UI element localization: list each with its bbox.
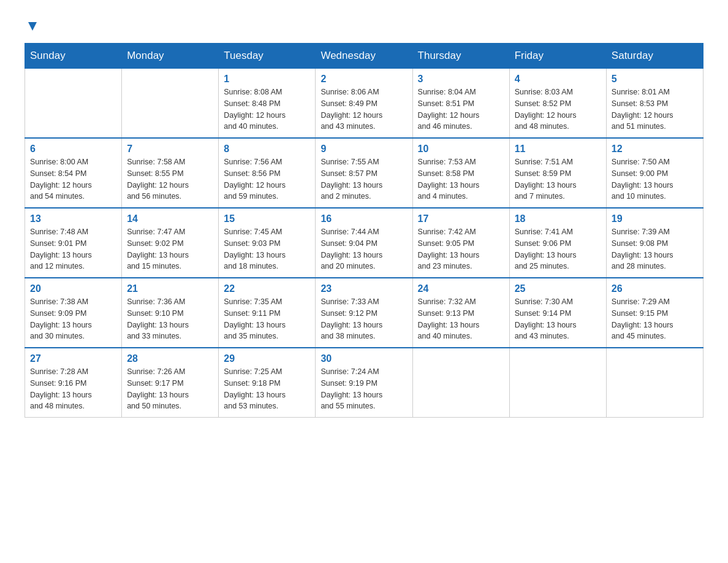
- day-number: 29: [224, 353, 310, 364]
- day-number: 10: [418, 144, 504, 155]
- calendar-cell: 25Sunrise: 7:30 AM Sunset: 9:14 PM Dayli…: [509, 278, 606, 348]
- day-number: 4: [515, 74, 601, 85]
- calendar-cell: 14Sunrise: 7:47 AM Sunset: 9:02 PM Dayli…: [122, 208, 219, 278]
- day-info: Sunrise: 7:30 AM Sunset: 9:14 PM Dayligh…: [515, 296, 601, 342]
- calendar-cell: 11Sunrise: 7:51 AM Sunset: 8:59 PM Dayli…: [509, 138, 606, 208]
- day-number: 12: [612, 144, 698, 155]
- weekday-header-friday: Friday: [509, 44, 606, 69]
- day-info: Sunrise: 7:39 AM Sunset: 9:08 PM Dayligh…: [612, 226, 698, 272]
- day-number: 13: [30, 213, 116, 224]
- calendar-cell: 16Sunrise: 7:44 AM Sunset: 9:04 PM Dayli…: [316, 208, 412, 278]
- calendar-cell: 4Sunrise: 8:03 AM Sunset: 8:52 PM Daylig…: [509, 69, 606, 139]
- day-info: Sunrise: 7:38 AM Sunset: 9:09 PM Dayligh…: [30, 296, 116, 342]
- logo-arrow-icon: [26, 20, 39, 33]
- calendar-cell: 29Sunrise: 7:25 AM Sunset: 9:18 PM Dayli…: [219, 348, 316, 418]
- day-number: 6: [30, 144, 116, 155]
- day-number: 19: [612, 213, 698, 224]
- weekday-header-monday: Monday: [122, 44, 219, 69]
- calendar-cell: 2Sunrise: 8:06 AM Sunset: 8:49 PM Daylig…: [316, 69, 412, 139]
- day-number: 23: [320, 283, 407, 294]
- day-info: Sunrise: 7:41 AM Sunset: 9:06 PM Dayligh…: [515, 226, 601, 272]
- day-info: Sunrise: 7:32 AM Sunset: 9:13 PM Dayligh…: [418, 296, 504, 342]
- weekday-header-saturday: Saturday: [606, 44, 703, 69]
- calendar-cell: 26Sunrise: 7:29 AM Sunset: 9:15 PM Dayli…: [606, 278, 703, 348]
- calendar-cell: 30Sunrise: 7:24 AM Sunset: 9:19 PM Dayli…: [316, 348, 412, 418]
- day-info: Sunrise: 7:53 AM Sunset: 8:58 PM Dayligh…: [418, 156, 504, 202]
- calendar-week-1: 1Sunrise: 8:08 AM Sunset: 8:48 PM Daylig…: [25, 69, 703, 139]
- day-info: Sunrise: 7:28 AM Sunset: 9:16 PM Dayligh…: [30, 366, 116, 412]
- day-info: Sunrise: 8:03 AM Sunset: 8:52 PM Dayligh…: [515, 86, 601, 132]
- calendar-cell: 5Sunrise: 8:01 AM Sunset: 8:53 PM Daylig…: [606, 69, 703, 139]
- day-number: 8: [224, 144, 310, 155]
- calendar-cell: [509, 348, 606, 418]
- day-info: Sunrise: 7:26 AM Sunset: 9:17 PM Dayligh…: [127, 366, 213, 412]
- day-info: Sunrise: 8:04 AM Sunset: 8:51 PM Dayligh…: [418, 86, 504, 132]
- day-info: Sunrise: 8:00 AM Sunset: 8:54 PM Dayligh…: [30, 156, 116, 202]
- day-info: Sunrise: 7:55 AM Sunset: 8:57 PM Dayligh…: [320, 156, 407, 202]
- day-number: 1: [224, 74, 310, 85]
- calendar-cell: 13Sunrise: 7:48 AM Sunset: 9:01 PM Dayli…: [25, 208, 122, 278]
- day-info: Sunrise: 8:08 AM Sunset: 8:48 PM Dayligh…: [224, 86, 310, 132]
- day-number: 14: [127, 213, 213, 224]
- calendar-cell: 12Sunrise: 7:50 AM Sunset: 9:00 PM Dayli…: [606, 138, 703, 208]
- calendar-cell: 24Sunrise: 7:32 AM Sunset: 9:13 PM Dayli…: [412, 278, 509, 348]
- day-info: Sunrise: 7:42 AM Sunset: 9:05 PM Dayligh…: [418, 226, 504, 272]
- day-info: Sunrise: 7:35 AM Sunset: 9:11 PM Dayligh…: [224, 296, 310, 342]
- svg-marker-0: [28, 22, 37, 31]
- weekday-header-thursday: Thursday: [412, 44, 509, 69]
- day-number: 17: [418, 213, 504, 224]
- day-number: 16: [320, 213, 407, 224]
- calendar-cell: 15Sunrise: 7:45 AM Sunset: 9:03 PM Dayli…: [219, 208, 316, 278]
- day-number: 5: [612, 74, 698, 85]
- day-number: 18: [515, 213, 601, 224]
- logo: [25, 18, 39, 31]
- calendar-cell: 22Sunrise: 7:35 AM Sunset: 9:11 PM Dayli…: [219, 278, 316, 348]
- calendar-cell: 6Sunrise: 8:00 AM Sunset: 8:54 PM Daylig…: [25, 138, 122, 208]
- calendar-cell: 7Sunrise: 7:58 AM Sunset: 8:55 PM Daylig…: [122, 138, 219, 208]
- day-info: Sunrise: 7:47 AM Sunset: 9:02 PM Dayligh…: [127, 226, 213, 272]
- calendar-cell: [25, 69, 122, 139]
- day-info: Sunrise: 7:45 AM Sunset: 9:03 PM Dayligh…: [224, 226, 310, 272]
- calendar-cell: 18Sunrise: 7:41 AM Sunset: 9:06 PM Dayli…: [509, 208, 606, 278]
- day-number: 20: [30, 283, 116, 294]
- calendar-cell: 1Sunrise: 8:08 AM Sunset: 8:48 PM Daylig…: [219, 69, 316, 139]
- day-info: Sunrise: 7:33 AM Sunset: 9:12 PM Dayligh…: [320, 296, 407, 342]
- day-info: Sunrise: 7:29 AM Sunset: 9:15 PM Dayligh…: [612, 296, 698, 342]
- calendar-week-2: 6Sunrise: 8:00 AM Sunset: 8:54 PM Daylig…: [25, 138, 703, 208]
- weekday-header-tuesday: Tuesday: [219, 44, 316, 69]
- day-info: Sunrise: 7:48 AM Sunset: 9:01 PM Dayligh…: [30, 226, 116, 272]
- calendar-cell: 27Sunrise: 7:28 AM Sunset: 9:16 PM Dayli…: [25, 348, 122, 418]
- day-number: 22: [224, 283, 310, 294]
- calendar-cell: 10Sunrise: 7:53 AM Sunset: 8:58 PM Dayli…: [412, 138, 509, 208]
- day-number: 7: [127, 144, 213, 155]
- day-info: Sunrise: 7:24 AM Sunset: 9:19 PM Dayligh…: [320, 366, 407, 412]
- calendar-cell: 23Sunrise: 7:33 AM Sunset: 9:12 PM Dayli…: [316, 278, 412, 348]
- day-info: Sunrise: 8:06 AM Sunset: 8:49 PM Dayligh…: [320, 86, 407, 132]
- calendar-header-row: SundayMondayTuesdayWednesdayThursdayFrid…: [25, 44, 703, 69]
- day-number: 28: [127, 353, 213, 364]
- day-number: 3: [418, 74, 504, 85]
- calendar-table: SundayMondayTuesdayWednesdayThursdayFrid…: [25, 43, 703, 418]
- calendar-cell: [122, 69, 219, 139]
- day-info: Sunrise: 7:50 AM Sunset: 9:00 PM Dayligh…: [612, 156, 698, 202]
- calendar-week-5: 27Sunrise: 7:28 AM Sunset: 9:16 PM Dayli…: [25, 348, 703, 418]
- day-number: 9: [320, 144, 407, 155]
- calendar-week-3: 13Sunrise: 7:48 AM Sunset: 9:01 PM Dayli…: [25, 208, 703, 278]
- day-info: Sunrise: 7:51 AM Sunset: 8:59 PM Dayligh…: [515, 156, 601, 202]
- day-number: 11: [515, 144, 601, 155]
- day-info: Sunrise: 7:58 AM Sunset: 8:55 PM Dayligh…: [127, 156, 213, 202]
- calendar-cell: 8Sunrise: 7:56 AM Sunset: 8:56 PM Daylig…: [219, 138, 316, 208]
- calendar-cell: 19Sunrise: 7:39 AM Sunset: 9:08 PM Dayli…: [606, 208, 703, 278]
- calendar-cell: 21Sunrise: 7:36 AM Sunset: 9:10 PM Dayli…: [122, 278, 219, 348]
- calendar-cell: 9Sunrise: 7:55 AM Sunset: 8:57 PM Daylig…: [316, 138, 412, 208]
- calendar-cell: [412, 348, 509, 418]
- weekday-header-wednesday: Wednesday: [316, 44, 412, 69]
- day-info: Sunrise: 8:01 AM Sunset: 8:53 PM Dayligh…: [612, 86, 698, 132]
- calendar-cell: 17Sunrise: 7:42 AM Sunset: 9:05 PM Dayli…: [412, 208, 509, 278]
- day-number: 21: [127, 283, 213, 294]
- calendar-week-4: 20Sunrise: 7:38 AM Sunset: 9:09 PM Dayli…: [25, 278, 703, 348]
- day-number: 15: [224, 213, 310, 224]
- weekday-header-sunday: Sunday: [25, 44, 122, 69]
- day-number: 30: [320, 353, 407, 364]
- day-info: Sunrise: 7:44 AM Sunset: 9:04 PM Dayligh…: [320, 226, 407, 272]
